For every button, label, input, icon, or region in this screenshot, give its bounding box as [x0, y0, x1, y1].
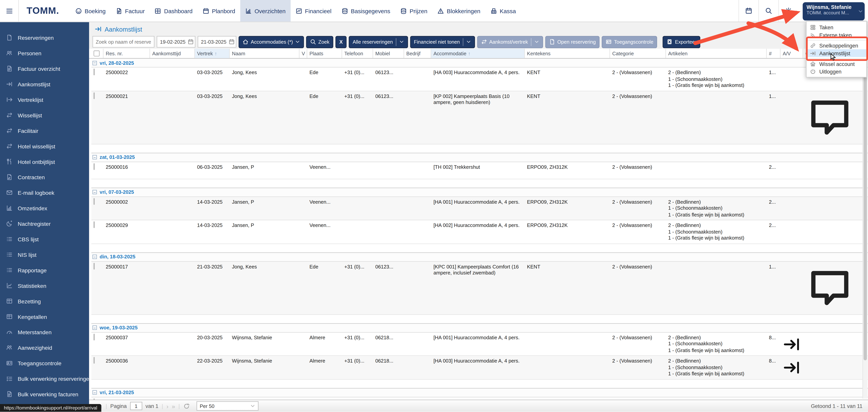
- row-checkbox[interactable]: [94, 263, 95, 269]
- chat-icon[interactable]: [806, 93, 854, 142]
- next-page-button[interactable]: ›: [166, 403, 168, 409]
- sidebar-item-personen[interactable]: Personen: [0, 45, 89, 61]
- row-checkbox[interactable]: [94, 69, 95, 75]
- column-header-kentekens[interactable]: Kentekens: [525, 49, 610, 58]
- column-header-[interactable]: #: [767, 49, 780, 58]
- table-row-25000037[interactable]: 2500003720-03-2025Wijnsma, StefanieAlmer…: [91, 332, 868, 356]
- table-row-25000022[interactable]: 2500002203-03-2025Jong, KeesEde+31 (0)..…: [91, 67, 868, 91]
- collapse-group-icon[interactable]: −: [93, 61, 97, 65]
- user-account-chip[interactable]: Wijnsma, Stefanie TOMM. account M...: [803, 2, 865, 20]
- group-header-woe-19-03-2025[interactable]: −woe, 19-03-2025: [91, 323, 868, 332]
- alle-reserveringen-dropdown[interactable]: Alle reserveringen: [349, 36, 408, 48]
- row-checkbox[interactable]: [94, 357, 95, 363]
- nav-item-overzichten[interactable]: Overzichten: [240, 0, 291, 22]
- nav-item-prijzen[interactable]: Prijzen: [395, 0, 432, 22]
- column-header-telefoon[interactable]: Telefoon: [342, 49, 373, 58]
- group-header-vri-07-03-2025[interactable]: −vri, 07-03-2025: [91, 188, 868, 197]
- sidebar-item-facilitair[interactable]: Facilitair: [0, 123, 89, 138]
- clear-button[interactable]: X: [336, 36, 346, 48]
- chat-icon[interactable]: [806, 264, 854, 313]
- table-row-25000038[interactable]: 2500003828-03-2025Wijnsma, StefanieAlmer…: [91, 397, 868, 400]
- column-header-accommodatie[interactable]: Accommodatie↑: [431, 49, 525, 58]
- group-header-vri-28-02-2025[interactable]: −vri, 28-02-2025: [91, 59, 868, 67]
- column-header-v[interactable]: V: [300, 49, 307, 58]
- sidebar-item-factuur-overzicht[interactable]: Factuur overzicht: [0, 61, 89, 76]
- calendar-icon[interactable]: [738, 0, 758, 22]
- refresh-icon[interactable]: [183, 403, 190, 409]
- nav-item-kassa[interactable]: Kassa: [486, 0, 521, 22]
- sidebar-item-cbs-lijst[interactable]: CBS lijst: [0, 231, 89, 247]
- collapse-group-icon[interactable]: −: [93, 255, 97, 259]
- column-header-aankomsttijd[interactable]: Aankomsttijd: [150, 49, 195, 58]
- sidebar-item-toegangscontrole[interactable]: Toegangscontrole: [0, 355, 89, 371]
- sidebar-item-bezetting[interactable]: Bezetting: [0, 293, 89, 309]
- nav-item-dashboard[interactable]: Dashboard: [150, 0, 197, 22]
- gear-icon[interactable]: [778, 0, 798, 22]
- sidebar-item-aankomstlijst[interactable]: Aankomstlijst: [0, 76, 89, 92]
- sidebar-item-vertreklijst[interactable]: Vertreklijst: [0, 92, 89, 107]
- hamburger-menu-icon[interactable]: [0, 0, 19, 22]
- sidebar-item-nis-lijst[interactable]: NIS lijst: [0, 247, 89, 262]
- sidebar-item-reserveringen[interactable]: Reserveringen: [0, 30, 89, 45]
- row-checkbox[interactable]: [94, 198, 95, 204]
- column-header-mobiel[interactable]: Mobiel: [373, 49, 404, 58]
- toegangscontrole-button[interactable]: Toegangscontrole: [602, 36, 657, 48]
- sidebar-item-bulk-verwerking-reserveringen[interactable]: Bulk verwerking reserveringen: [0, 371, 89, 386]
- table-row-25000029[interactable]: 2500002914-03-2025Jansen, PVeenen...[HA …: [91, 220, 868, 244]
- row-checkbox[interactable]: [94, 334, 95, 340]
- table-row-25000021[interactable]: 2500002103-03-2025Jong, KeesEde+31 (0)..…: [91, 91, 868, 144]
- nav-item-factuur[interactable]: Factuur: [111, 0, 150, 22]
- column-header-naam[interactable]: Naam: [230, 49, 300, 58]
- table-row-25000002[interactable]: 2500000214-03-2025Jansen, PVeenen...[HA …: [91, 197, 868, 220]
- column-header-artikelen[interactable]: Artikelen: [666, 49, 767, 58]
- column-header-a-v[interactable]: A/V: [780, 49, 803, 58]
- last-page-button[interactable]: »: [172, 403, 175, 409]
- sidebar-item-meterstanden[interactable]: Meterstanden: [0, 324, 89, 340]
- table-row-25000016[interactable]: 2500001606-03-2025Jansen, PVeenen...[TH …: [91, 162, 868, 179]
- table-row-25000017[interactable]: 2500001721-03-2025Jong, KeesEde+31 (0)..…: [91, 261, 868, 315]
- column-header-vertrek[interactable]: Vertrek↑: [195, 49, 230, 58]
- scrollbar-thumb[interactable]: [864, 62, 867, 360]
- aankomst-vertrek-dropdown[interactable]: Aankomst/vertrek: [477, 36, 543, 48]
- per-page-select[interactable]: Per 50: [196, 401, 258, 411]
- group-header-vri-21-03-2025[interactable]: −vri, 21-03-2025: [91, 388, 868, 397]
- sidebar-item-omzetindex[interactable]: Omzetindex: [0, 200, 89, 216]
- collapse-group-icon[interactable]: −: [93, 390, 97, 395]
- accommodaties-button[interactable]: Accommodaties (*): [239, 36, 304, 48]
- nav-item-boeking[interactable]: Boeking: [70, 0, 111, 22]
- zoek-button[interactable]: Zoek: [306, 36, 333, 48]
- nav-item-financieel[interactable]: Financieel: [291, 0, 336, 22]
- sidebar-item-aanwezigheid[interactable]: Aanwezigheid: [0, 340, 89, 355]
- sidebar-item-kengetallen[interactable]: Kengetallen: [0, 309, 89, 324]
- sidebar-item-statistieken[interactable]: Statistieken: [0, 278, 89, 293]
- open-reservering-button[interactable]: Open reservering: [545, 36, 600, 48]
- sidebar-item-bulk-verwerking-facturen[interactable]: Bulk verwerking facturen: [0, 386, 89, 402]
- menu-item-wissel-account[interactable]: Wissel account: [806, 60, 866, 67]
- nav-item-basisgegevens[interactable]: Basisgegevens: [336, 0, 395, 22]
- sidebar-item-nachtregister[interactable]: Nachtregister: [0, 216, 89, 231]
- row-checkbox[interactable]: [94, 398, 95, 400]
- page-number-input[interactable]: [130, 402, 142, 410]
- financieel-dropdown[interactable]: Financieel niet tonen: [410, 36, 475, 48]
- sidebar-item-contracten[interactable]: Contracten: [0, 169, 89, 185]
- search-icon[interactable]: [758, 0, 778, 22]
- table-row-25000036[interactable]: 2500003622-03-2025Wijnsma, StefanieAlmer…: [91, 356, 868, 379]
- sidebar-item-wissellijst[interactable]: Wissellijst: [0, 107, 89, 123]
- sidebar-item-e-mail-logboek[interactable]: E-mail logboek: [0, 185, 89, 200]
- collapse-group-icon[interactable]: −: [93, 190, 97, 194]
- group-header-din-18-03-2025[interactable]: −din, 18-03-2025: [91, 253, 868, 262]
- column-header-plaats[interactable]: Plaats: [307, 49, 342, 58]
- sidebar-item-hotel-wissellijst[interactable]: Hotel wissellijst: [0, 138, 89, 154]
- menu-item-snelkoppelingen[interactable]: Snelkoppelingen: [806, 41, 866, 49]
- search-input[interactable]: [93, 36, 155, 47]
- row-checkbox[interactable]: [94, 221, 95, 228]
- collapse-group-icon[interactable]: −: [93, 155, 97, 159]
- collapse-group-icon[interactable]: −: [93, 325, 97, 330]
- menu-item-taken[interactable]: Taken: [806, 23, 866, 31]
- exporteer-button[interactable]: Exporteer: [663, 36, 701, 48]
- row-checkbox[interactable]: [94, 163, 95, 169]
- menu-item-uitloggen[interactable]: Uitloggen: [806, 67, 866, 75]
- row-checkbox[interactable]: [94, 92, 95, 99]
- nav-item-blokkeringen[interactable]: Blokkeringen: [432, 0, 486, 22]
- column-header-res-nr[interactable]: Res. nr.: [103, 49, 150, 58]
